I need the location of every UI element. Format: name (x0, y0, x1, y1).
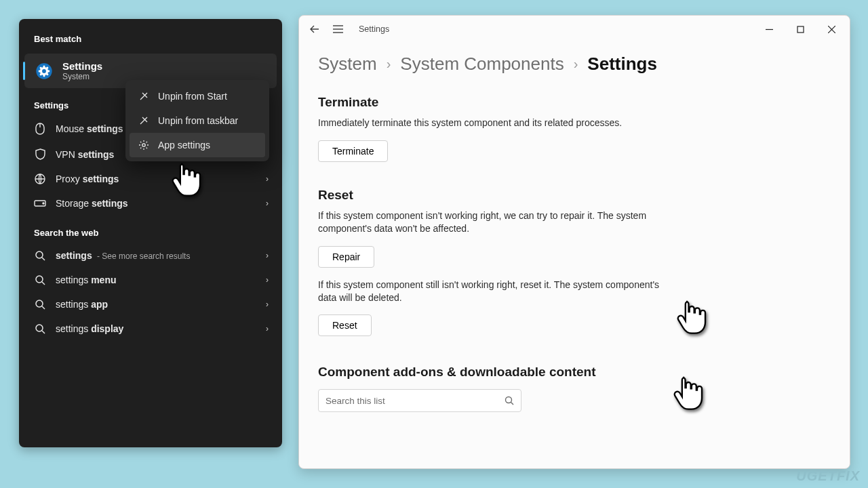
search-icon (34, 275, 46, 285)
breadcrumb: System › System Components › Settings (318, 54, 831, 75)
search-placeholder: Search this list (326, 396, 499, 406)
svg-line-13 (42, 331, 45, 333)
svg-rect-19 (797, 26, 804, 33)
addons-search-input[interactable]: Search this list (318, 389, 521, 412)
crumb-components[interactable]: System Components (400, 54, 564, 75)
svg-point-10 (36, 300, 43, 307)
reset-desc: If this system component still isn't wor… (318, 279, 671, 304)
chevron-right-icon: › (387, 56, 391, 72)
watermark: UGETFIX (796, 468, 860, 484)
search-icon (34, 324, 46, 334)
context-menu: Unpin from Start Unpin from taskbar App … (125, 80, 269, 161)
reset-button[interactable]: Reset (318, 314, 372, 336)
chevron-right-icon: › (266, 251, 269, 260)
gear-icon (138, 140, 150, 150)
svg-point-12 (36, 325, 43, 331)
nav-menu-button[interactable] (332, 23, 344, 35)
chevron-right-icon: › (574, 56, 578, 72)
terminate-heading: Terminate (318, 95, 831, 110)
settings-app-icon (34, 61, 54, 81)
close-button[interactable] (816, 18, 847, 40)
svg-point-6 (36, 251, 43, 258)
best-match-title: Settings (62, 60, 102, 72)
crumb-current: Settings (587, 54, 657, 75)
window-title: Settings (359, 24, 389, 34)
maximize-button[interactable] (785, 18, 816, 40)
settings-window: Settings System › System Components › Se… (298, 15, 850, 469)
web-item-display[interactable]: settings display › (19, 317, 282, 341)
repair-desc: If this system component isn't working r… (318, 209, 671, 235)
svg-point-5 (43, 203, 44, 204)
ctx-unpin-start[interactable]: Unpin from Start (130, 84, 265, 108)
svg-line-20 (828, 26, 835, 33)
addons-heading: Component add-ons & downloadable content (318, 365, 831, 380)
search-icon (34, 251, 46, 261)
search-icon (505, 396, 514, 405)
minimize-button[interactable] (753, 18, 785, 40)
ctx-app-settings[interactable]: App settings (130, 133, 265, 157)
svg-line-23 (511, 403, 514, 405)
globe-icon (34, 174, 46, 184)
crumb-system[interactable]: System (318, 54, 377, 75)
chevron-right-icon: › (266, 275, 269, 285)
titlebar: Settings (299, 16, 850, 43)
ctx-unpin-taskbar[interactable]: Unpin from taskbar (130, 108, 265, 133)
mouse-icon (34, 123, 46, 135)
search-icon (34, 300, 46, 310)
svg-point-22 (506, 397, 512, 403)
settings-item-proxy[interactable]: Proxy settings › (19, 167, 282, 191)
web-item-menu[interactable]: settings menu › (19, 268, 282, 292)
svg-point-14 (142, 144, 145, 146)
drive-icon (34, 200, 46, 207)
svg-line-11 (42, 306, 45, 309)
chevron-right-icon: › (266, 300, 269, 309)
svg-line-9 (42, 282, 45, 285)
reset-heading: Reset (318, 188, 831, 203)
chevron-right-icon: › (266, 199, 269, 208)
web-item-app[interactable]: settings app › (19, 292, 282, 317)
chevron-right-icon: › (266, 324, 269, 333)
svg-point-8 (36, 276, 43, 283)
shield-icon (34, 148, 46, 160)
svg-line-7 (42, 258, 45, 260)
best-match-heading: Best match (19, 34, 282, 54)
unpin-icon (138, 91, 150, 102)
back-button[interactable] (309, 23, 321, 35)
settings-item-storage[interactable]: Storage settings › (19, 191, 282, 216)
chevron-right-icon: › (266, 174, 269, 184)
svg-line-21 (828, 26, 835, 33)
web-item-settings[interactable]: settings - See more search results › (19, 243, 282, 268)
repair-button[interactable]: Repair (318, 246, 374, 268)
terminate-button[interactable]: Terminate (318, 140, 388, 162)
web-section-heading: Search the web (19, 216, 282, 243)
best-match-subtitle: System (62, 72, 102, 81)
unpin-icon (138, 115, 150, 126)
terminate-desc: Immediately terminate this system compon… (318, 117, 671, 129)
